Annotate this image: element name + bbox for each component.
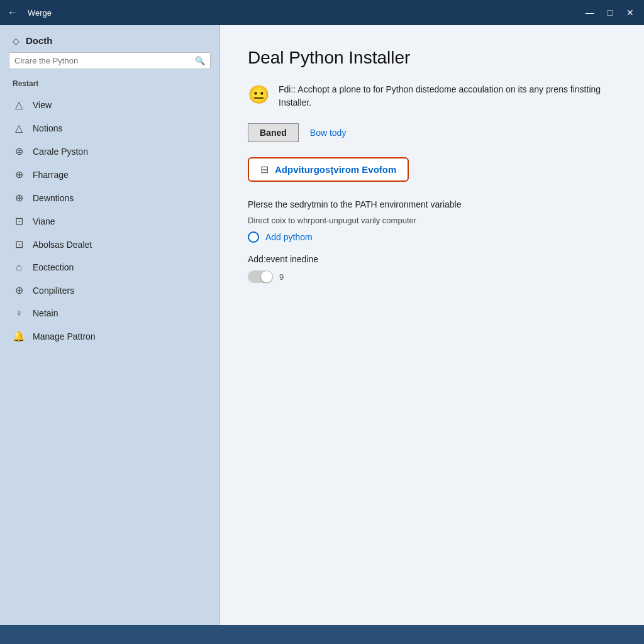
manage-pattron-icon: 🔔 bbox=[13, 330, 25, 342]
title-bar: ← Werge — □ ✕ bbox=[0, 0, 644, 25]
sidebar-item-viane[interactable]: ⊡ Viane bbox=[0, 209, 219, 233]
page-title: Deal Python Installer bbox=[248, 48, 614, 68]
sidebar-item-label: Conpiliters bbox=[33, 286, 74, 296]
sidebar-item-fharrage[interactable]: ⊕ Fharrage bbox=[0, 163, 219, 186]
tab-baned[interactable]: Baned bbox=[248, 123, 299, 142]
bottom-bar bbox=[0, 625, 644, 644]
close-button[interactable]: ✕ bbox=[624, 6, 636, 19]
sidebar-search-box[interactable]: 🔍 bbox=[9, 52, 211, 69]
radio-row-add-pythom[interactable]: Add pythom bbox=[248, 231, 614, 243]
sidebar-item-conpiliters[interactable]: ⊕ Conpiliters bbox=[0, 279, 219, 302]
toggle-value: 9 bbox=[279, 272, 284, 282]
highlight-box[interactable]: ⊟ Adpviturgosţvirom Evofom bbox=[248, 157, 409, 182]
sidebar-item-label: Eoctection bbox=[33, 262, 74, 272]
notions-icon: △ bbox=[13, 122, 25, 134]
sidebar-item-label: View bbox=[33, 100, 52, 110]
info-icon: 😐 bbox=[248, 84, 270, 105]
tab-bow-tody[interactable]: Bow tody bbox=[299, 124, 358, 142]
sidebar-item-label: Abolsas Dealet bbox=[33, 240, 92, 250]
radio-circle[interactable] bbox=[248, 231, 259, 243]
sidebar-item-label: Manage Pattron bbox=[33, 331, 96, 341]
sidebar-item-abolsas-dealet[interactable]: ⊡ Abolsas Dealet bbox=[0, 233, 219, 256]
app-body: ◇ Docth 🔍 Restart △ View △ Notions ⊜ Car… bbox=[0, 25, 644, 625]
conpiliters-icon: ⊕ bbox=[13, 284, 25, 296]
back-button[interactable]: ← bbox=[8, 7, 18, 18]
app-icon: ◇ bbox=[13, 36, 19, 46]
search-input[interactable] bbox=[14, 56, 195, 65]
sidebar-item-dewntions[interactable]: ⊕ Dewntions bbox=[0, 186, 219, 209]
sidebar-item-eoctection[interactable]: ⌂ Eoctection bbox=[0, 256, 219, 279]
sidebar-section-label: Restart bbox=[0, 75, 219, 91]
sidebar-item-netain[interactable]: ♀ Netain bbox=[0, 302, 219, 325]
toggle-switch[interactable] bbox=[248, 270, 273, 283]
toggle-row: 9 bbox=[248, 270, 614, 283]
eoctection-icon: ⌂ bbox=[13, 262, 25, 273]
sidebar-nav: △ View △ Notions ⊜ Carale Pyston ⊕ Fharr… bbox=[0, 91, 219, 625]
view-icon: △ bbox=[13, 99, 25, 111]
carale-icon: ⊜ bbox=[13, 145, 25, 157]
toggle-thumb bbox=[261, 271, 272, 282]
minimize-button[interactable]: — bbox=[584, 6, 596, 19]
highlight-box-icon: ⊟ bbox=[260, 164, 269, 175]
app-title: Werge bbox=[28, 8, 584, 18]
tabs-row: Baned Bow tody bbox=[248, 123, 614, 142]
toggle-section-label: Add:event inedine bbox=[248, 254, 614, 264]
sidebar-item-carale-pyston[interactable]: ⊜ Carale Pyston bbox=[0, 140, 219, 163]
window-controls: — □ ✕ bbox=[584, 6, 636, 19]
sidebar-item-manage-pattron[interactable]: 🔔 Manage Pattron bbox=[0, 325, 219, 348]
sidebar-item-label: Notions bbox=[33, 123, 62, 133]
radio-label-add-pythom[interactable]: Add pythom bbox=[265, 232, 313, 242]
setting-sublabel: Direct coix to whrpont‑unpugut varily co… bbox=[248, 216, 614, 225]
highlight-box-text: Adpviturgosţvirom Evofom bbox=[275, 164, 396, 175]
sidebar-item-label: Dewntions bbox=[33, 193, 74, 203]
sidebar-item-label: Netain bbox=[33, 308, 58, 318]
viane-icon: ⊡ bbox=[13, 215, 25, 227]
info-block: 😐 Fdi:: Acchopt a plone to for Python di… bbox=[248, 83, 614, 109]
main-panel: Deal Python Installer 😐 Fdi:: Acchopt a … bbox=[220, 25, 644, 625]
sidebar-item-view[interactable]: △ View bbox=[0, 93, 219, 116]
maximize-button[interactable]: □ bbox=[604, 6, 616, 19]
setting-label-path: Plerse the sedrytmin to the PATH environ… bbox=[248, 199, 614, 209]
abolsas-icon: ⊡ bbox=[13, 238, 25, 250]
sidebar-item-label: Fharrage bbox=[33, 170, 69, 180]
sidebar-header: ◇ Docth bbox=[0, 25, 219, 52]
dewntions-icon: ⊕ bbox=[13, 192, 25, 204]
search-icon: 🔍 bbox=[195, 56, 205, 65]
setting-row-toggle: Add:event inedine 9 bbox=[248, 254, 614, 283]
sidebar-item-label: Carale Pyston bbox=[33, 147, 88, 157]
info-text: Fdi:: Acchopt a plone to for Python dist… bbox=[279, 83, 614, 109]
sidebar: ◇ Docth 🔍 Restart △ View △ Notions ⊜ Car… bbox=[0, 25, 220, 625]
setting-row-path: Plerse the sedrytmin to the PATH environ… bbox=[248, 199, 614, 243]
sidebar-app-title: Docth bbox=[26, 35, 53, 46]
fharrage-icon: ⊕ bbox=[13, 169, 25, 180]
netain-icon: ♀ bbox=[13, 308, 25, 319]
sidebar-item-notions[interactable]: △ Notions bbox=[0, 116, 219, 140]
sidebar-item-label: Viane bbox=[33, 216, 55, 226]
